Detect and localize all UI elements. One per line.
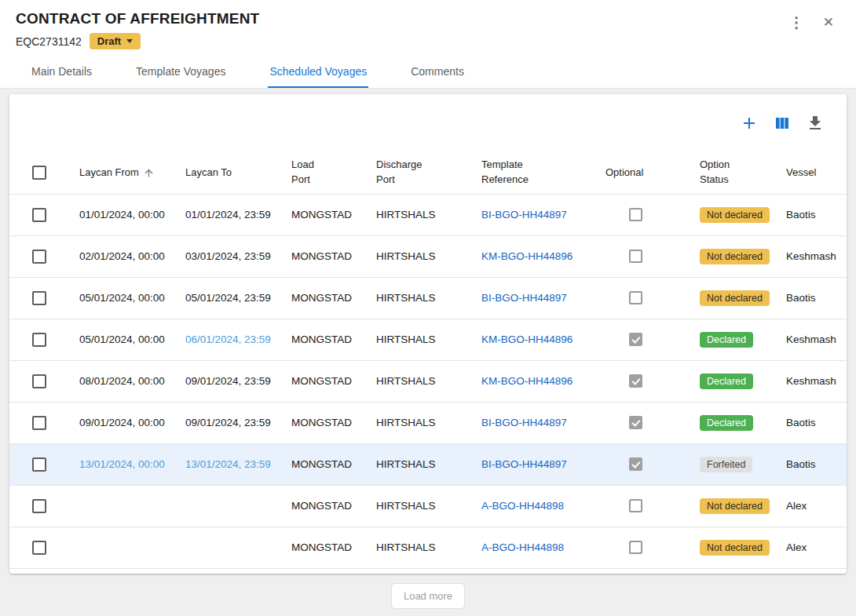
laycan-to-link[interactable]: 13/01/2024, 23:59 <box>185 458 271 470</box>
option-status-cell: Forfeited <box>700 443 786 485</box>
laycan-to-link[interactable]: 06/01/2024, 23:59 <box>185 334 271 345</box>
close-icon[interactable]: ✕ <box>823 16 834 29</box>
load-more-button[interactable]: Load more <box>391 583 465 609</box>
load-port-cell: MONGSTAD <box>291 194 376 235</box>
optional-cell <box>605 319 700 360</box>
load-port-text: MONGSTAD <box>291 417 352 428</box>
vessel-cell: Alex <box>786 485 847 527</box>
row-select-checkbox[interactable] <box>32 250 46 264</box>
column-header-label: Vessel <box>786 166 816 180</box>
option-status-cell: Not declared <box>700 485 786 527</box>
column-header-optional[interactable]: Optional <box>605 152 700 194</box>
laycan-from-link[interactable]: 13/01/2024, 00:00 <box>79 458 165 470</box>
more-options-icon[interactable]: ⋮ <box>789 15 804 30</box>
tab-main-details[interactable]: Main Details <box>30 56 93 88</box>
discharge-port-cell: HIRTSHALS <box>376 402 481 443</box>
row-select-checkbox[interactable] <box>32 499 46 513</box>
laycan-from-cell: 05/01/2024, 00:00 <box>79 277 185 319</box>
optional-cell <box>605 235 700 277</box>
template-reference-link[interactable]: A-BGO-HH44898 <box>481 541 564 553</box>
download-icon <box>806 114 825 133</box>
voyages-table: Laycan FromLaycan ToLoadPortDischargePor… <box>9 152 847 569</box>
status-dropdown[interactable]: Draft <box>90 33 141 49</box>
scheduled-voyages-card: Laycan FromLaycan ToLoadPortDischargePor… <box>9 94 847 574</box>
row-select-cell <box>9 402 79 443</box>
column-header-option_status[interactable]: OptionStatus <box>700 152 786 194</box>
tab-comments[interactable]: Comments <box>409 56 466 88</box>
column-header-laycan_from[interactable]: Laycan From <box>79 152 185 194</box>
tab-scheduled-voyages[interactable]: Scheduled Voyages <box>268 56 368 88</box>
option-status-badge: Not declared <box>700 249 770 264</box>
column-settings-button[interactable] <box>771 112 793 134</box>
load-port-text: MONGSTAD <box>291 541 352 553</box>
column-header-label: DischargePort <box>376 158 423 188</box>
discharge-port-cell: HIRTSHALS <box>376 360 481 402</box>
discharge-port-text: HIRTSHALS <box>376 375 436 387</box>
tab-template-voyages[interactable]: Template Voyages <box>134 56 227 88</box>
option-status-badge: Not declared <box>700 207 770 223</box>
optional-checkbox[interactable] <box>629 291 642 304</box>
vessel-cell: Keshmash <box>786 319 847 360</box>
column-header-vessel[interactable]: Vessel <box>786 152 847 194</box>
window-actions: ⋮ ✕ <box>789 15 834 30</box>
discharge-port-cell: HIRTSHALS <box>376 319 481 360</box>
row-select-checkbox[interactable] <box>32 208 46 222</box>
sort-ascending-icon[interactable] <box>143 167 155 179</box>
row-select-cell <box>9 443 79 485</box>
row-select-checkbox[interactable] <box>32 291 46 305</box>
column-header-laycan_to[interactable]: Laycan To <box>185 152 291 194</box>
template-reference-link[interactable]: KM-BGO-HH44896 <box>481 375 572 387</box>
optional-checkbox[interactable] <box>629 541 642 554</box>
template-reference-link[interactable]: BI-BGO-HH44897 <box>481 458 567 470</box>
template-reference-link[interactable]: KM-BGO-HH44896 <box>481 250 572 262</box>
optional-cell <box>605 402 700 443</box>
row-select-checkbox[interactable] <box>32 333 46 347</box>
optional-checkbox[interactable] <box>629 499 642 512</box>
column-header-load_port[interactable]: LoadPort <box>291 152 376 194</box>
load-port-text: MONGSTAD <box>291 334 352 345</box>
download-button[interactable] <box>804 112 826 134</box>
template-reference-link[interactable]: BI-BGO-HH44897 <box>481 209 567 221</box>
chevron-down-icon <box>126 39 133 43</box>
discharge-port-text: HIRTSHALS <box>376 334 436 345</box>
template-reference-link[interactable]: KM-BGO-HH44896 <box>481 334 572 345</box>
table-row: 08/01/2024, 00:0009/01/2024, 23:59MONGST… <box>9 360 847 402</box>
discharge-port-text: HIRTSHALS <box>376 500 436 512</box>
optional-checkbox[interactable] <box>629 250 642 263</box>
optional-checkbox[interactable] <box>629 208 642 221</box>
row-select-cell <box>9 235 79 277</box>
laycan-to-text: 05/01/2024, 23:59 <box>185 292 271 304</box>
optional-checkbox[interactable] <box>629 457 642 471</box>
row-select-checkbox[interactable] <box>32 457 46 472</box>
vessel-text: Alex <box>786 500 807 512</box>
optional-checkbox[interactable] <box>629 333 642 346</box>
optional-checkbox[interactable] <box>629 374 642 388</box>
row-select-checkbox[interactable] <box>32 374 46 388</box>
vessel-text: Keshmash <box>786 250 836 262</box>
title-block: CONTRACT OF AFFREIGHTMENT EQC2731142 Dra… <box>16 10 259 49</box>
template-reference-link[interactable]: A-BGO-HH44898 <box>481 500 564 512</box>
template-reference-link[interactable]: BI-BGO-HH44897 <box>481 417 567 428</box>
optional-checkbox[interactable] <box>629 416 642 429</box>
select-all-checkbox[interactable] <box>32 166 46 180</box>
template-reference-cell: BI-BGO-HH44897 <box>481 402 605 443</box>
load-port-cell: MONGSTAD <box>291 235 376 277</box>
discharge-port-cell: HIRTSHALS <box>376 527 481 568</box>
row-select-checkbox[interactable] <box>32 416 46 430</box>
load-port-text: MONGSTAD <box>291 292 352 304</box>
subtitle-row: EQC2731142 Draft <box>16 33 259 49</box>
column-header-discharge_port[interactable]: DischargePort <box>376 152 481 194</box>
discharge-port-cell: HIRTSHALS <box>376 194 481 235</box>
column-header-template_reference[interactable]: TemplateReference <box>481 152 605 194</box>
option-status-badge: Forfeited <box>700 457 752 472</box>
laycan-to-cell: 01/01/2024, 23:59 <box>185 194 291 235</box>
add-voyage-button[interactable] <box>738 112 760 134</box>
option-status-badge: Declared <box>700 332 753 348</box>
option-status-badge: Declared <box>700 415 753 431</box>
view-columns-icon <box>773 114 792 133</box>
vessel-text: Keshmash <box>786 334 836 345</box>
row-select-checkbox[interactable] <box>32 541 46 555</box>
option-status-cell: Declared <box>700 319 786 360</box>
template-reference-link[interactable]: BI-BGO-HH44897 <box>481 292 567 304</box>
table-row: MONGSTADHIRTSHALSA-BGO-HH44898Not declar… <box>9 485 847 527</box>
